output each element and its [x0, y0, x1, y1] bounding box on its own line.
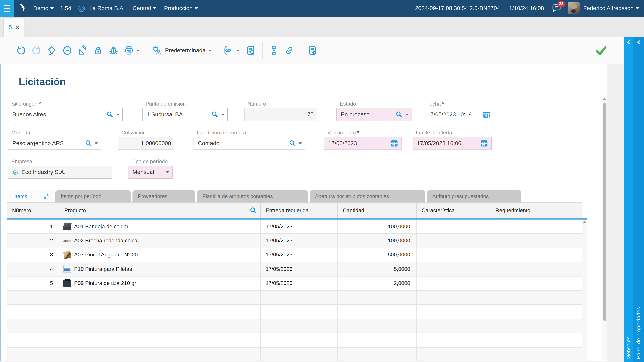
tipo-periodo-select[interactable]: Mensual [128, 166, 173, 179]
search-icon[interactable] [396, 111, 402, 118]
column-header-requerimiento[interactable]: Requerimiento [490, 203, 582, 218]
chevron-down-icon[interactable] [298, 142, 302, 144]
workflow-button[interactable] [266, 43, 282, 58]
user-avatar[interactable] [568, 2, 580, 14]
chevron-down-icon[interactable] [405, 113, 408, 115]
chevron-down-icon[interactable] [221, 113, 224, 115]
table-row[interactable]: 2 A02 Brocha redonda chica 17/05/2023 10… [7, 234, 582, 248]
table-row[interactable] [7, 319, 582, 333]
tab-items[interactable]: Items [9, 190, 54, 202]
print-button[interactable] [121, 43, 136, 58]
scroll-up-icon[interactable] [583, 221, 586, 223]
cell-producto: P10 Pintura para Piletas [59, 262, 260, 276]
scroll-up-icon[interactable] [603, 98, 606, 100]
condicion-compra-input[interactable]: Contado [194, 137, 305, 150]
side-panel-mensajes[interactable]: Mensajes [624, 37, 633, 362]
column-search-icon[interactable] [250, 207, 257, 214]
table-scrollbar[interactable] [582, 220, 587, 361]
column-header-caracteristica[interactable]: Característica [416, 203, 490, 218]
calendar-icon[interactable] [390, 139, 398, 147]
calendar-icon[interactable] [480, 139, 488, 147]
document-search-button[interactable] [243, 43, 258, 58]
calendar-icon[interactable] [482, 110, 491, 119]
branch-selector[interactable]: Central [133, 5, 156, 12]
undo-button[interactable] [13, 43, 28, 58]
empresa-logo-icon [12, 169, 18, 175]
fecha-input[interactable]: 17/05/2023 10:18 [423, 108, 494, 121]
column-header-producto[interactable]: Producto [59, 203, 260, 218]
scrollbar-thumb[interactable] [603, 103, 606, 321]
chevron-down-icon [194, 7, 198, 9]
view-selector-chevron-icon[interactable] [209, 49, 212, 51]
environment-selector[interactable]: Producción [164, 5, 198, 12]
tab-atributo-presupuestados[interactable]: Atributo presupuestados [427, 190, 521, 202]
table-row[interactable]: 5 P09 Pintura de tiza 210 gr 17/05/2023 … [7, 276, 582, 291]
chevron-left-icon[interactable] [626, 40, 631, 44]
debug-button[interactable] [106, 43, 121, 58]
expand-icon[interactable] [44, 194, 49, 199]
user-menu[interactable]: Federico Alfredsson [583, 5, 639, 12]
view-settings-button[interactable] [149, 43, 164, 58]
erase-button[interactable] [44, 43, 59, 58]
sitio-origen-input[interactable]: Buenos Aires [8, 108, 123, 121]
cell-entrega: 17/05/2023 [260, 262, 338, 276]
cell-cantidad: 100,0000 [338, 220, 416, 233]
column-header-cantidad[interactable]: Cantidad [338, 203, 416, 218]
search-icon[interactable] [85, 140, 92, 147]
cell-caracteristica [416, 248, 490, 262]
notification-badge: 23 [558, 1, 565, 6]
moneda-input[interactable]: Peso argentino ARS [8, 137, 101, 150]
undo-icon [16, 45, 26, 56]
table-row[interactable]: 4 P10 Pintura para Piletas 17/05/2023 5,… [7, 262, 582, 276]
search-icon[interactable] [289, 140, 296, 147]
chevron-down-icon [50, 7, 54, 9]
side-panel-propiedades[interactable]: Panel de propiedades [633, 37, 644, 362]
tab-items-por-periodo[interactable]: Items por período [55, 190, 131, 202]
link-button[interactable] [282, 43, 297, 58]
print-options-chevron-icon[interactable] [136, 49, 140, 51]
redo-button[interactable] [28, 43, 44, 58]
lock-button[interactable] [90, 43, 106, 58]
confirm-button[interactable] [595, 44, 607, 57]
workspace-selector[interactable]: Demo [33, 5, 54, 12]
chevron-left-icon[interactable] [636, 40, 641, 44]
cell-producto: A02 Brocha redonda chica [59, 234, 260, 248]
table-row[interactable] [7, 333, 582, 348]
cell-cantidad: 5,0000 [338, 262, 416, 276]
chevron-down-icon[interactable] [94, 142, 98, 144]
remove-button[interactable] [59, 43, 75, 58]
chevron-down-icon[interactable] [116, 113, 120, 115]
table-row[interactable] [7, 291, 582, 305]
tab-plantilla-atributos[interactable]: Plantilla de atributos contables [197, 190, 308, 202]
table-row[interactable]: 3 A07 Pincel Angular - N° 20 17/05/2023 … [7, 248, 582, 262]
product-image [63, 223, 72, 230]
preview-button[interactable] [221, 43, 236, 58]
column-header-entrega[interactable]: Entrega requerida [260, 203, 338, 218]
licitacion-form: Licitación Sitio origen* Buenos Aires Pu… [0, 64, 607, 361]
search-icon[interactable] [106, 111, 113, 118]
view-selector-label[interactable]: Predeterminada [165, 47, 206, 54]
cancel-document-button[interactable] [305, 43, 320, 58]
column-header-numero[interactable]: Número [7, 203, 59, 218]
search-icon[interactable] [211, 111, 218, 118]
items-table-header: Número Producto Entrega requerida Cantid… [7, 202, 582, 218]
vencimiento-input[interactable]: 17/05/2023 [324, 137, 402, 150]
limite-oferta-input[interactable]: 17/05/2023 16:06 [412, 137, 492, 150]
estado-input[interactable]: En proceso [336, 108, 412, 121]
messages-button[interactable]: 23 [552, 3, 561, 13]
tab-apertura-atributos[interactable]: Apertura por atributos contables [310, 190, 425, 202]
table-row[interactable]: 1 A01 Bandeja de colgar 17/05/2023 100,0… [7, 220, 582, 234]
preview-options-chevron-icon[interactable] [236, 49, 240, 51]
hamburger-menu-icon[interactable] [0, 0, 14, 17]
punto-emision-input[interactable]: 1 Sucursal BA [142, 108, 228, 121]
close-tab-icon[interactable]: ✕ [16, 25, 20, 30]
table-row[interactable] [7, 305, 582, 319]
cell-entrega: 17/05/2023 [260, 248, 338, 262]
chevron-down-icon[interactable] [166, 171, 170, 173]
cell-caracteristica [416, 276, 490, 290]
design-button[interactable] [75, 43, 90, 58]
document-tab[interactable]: 5 ✕ [4, 18, 24, 37]
form-scrollbar[interactable] [602, 96, 607, 360]
tab-proveedores[interactable]: Proveedores [132, 190, 195, 202]
table-row[interactable] [7, 348, 582, 361]
